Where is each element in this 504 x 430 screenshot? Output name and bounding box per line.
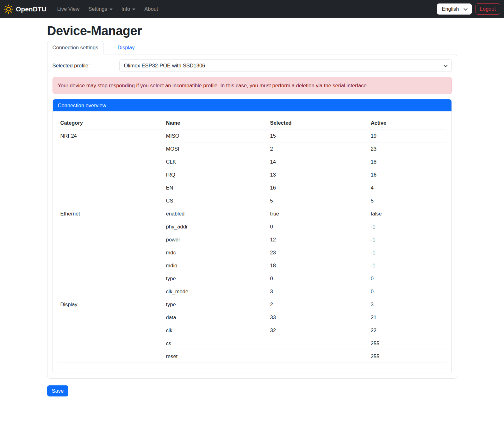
- active-cell: 0: [368, 285, 446, 298]
- tab-content: Selected profile: Olimex ESP32-POE with …: [47, 54, 457, 379]
- save-button[interactable]: Save: [47, 385, 69, 396]
- active-cell: 3: [368, 298, 446, 311]
- language-select[interactable]: English: [437, 3, 471, 15]
- table-row: NRF24MISO1519: [58, 129, 446, 142]
- selected-cell: true: [268, 207, 368, 220]
- col-header-active: Active: [368, 116, 446, 129]
- dropdown-caret-icon: [132, 9, 135, 10]
- language-select-value: English: [442, 6, 459, 12]
- category-cell: Ethernet: [58, 207, 164, 298]
- name-cell: MISO: [164, 129, 268, 142]
- selected-cell: 0: [268, 220, 368, 233]
- active-cell: 255: [368, 350, 446, 363]
- name-cell: power: [164, 233, 268, 246]
- name-cell: CS: [164, 194, 268, 207]
- name-cell: mdio: [164, 259, 268, 272]
- chevron-down-icon: [444, 63, 448, 67]
- name-cell: type: [164, 272, 268, 285]
- selected-cell: 23: [268, 246, 368, 259]
- active-cell: 22: [368, 324, 446, 337]
- chevron-down-icon: [464, 7, 468, 11]
- selected-cell: 14: [268, 155, 368, 168]
- logout-button[interactable]: Logout: [476, 3, 500, 15]
- profile-select[interactable]: Olimex ESP32-POE with SSD1306: [119, 59, 452, 72]
- connection-overview-card: Connection overview Category Name Select…: [53, 99, 452, 373]
- table-header-row: Category Name Selected Active: [58, 116, 446, 129]
- active-cell: 4: [368, 181, 446, 194]
- name-cell: clk: [164, 324, 268, 337]
- selected-cell: 18: [268, 259, 368, 272]
- selected-cell: 2: [268, 142, 368, 155]
- nav-item-info[interactable]: Info: [117, 3, 140, 15]
- name-cell: phy_addr: [164, 220, 268, 233]
- name-cell: data: [164, 311, 268, 324]
- active-cell: -1: [368, 246, 446, 259]
- tab-bar: Connection settings Display: [47, 41, 457, 54]
- selected-cell: 2: [268, 298, 368, 311]
- name-cell: CLK: [164, 155, 268, 168]
- nav-item-live-view[interactable]: Live View: [53, 3, 84, 15]
- selected-cell: 16: [268, 181, 368, 194]
- nav-item-about[interactable]: About: [140, 3, 162, 15]
- name-cell: EN: [164, 181, 268, 194]
- brand-link[interactable]: OpenDTU: [4, 4, 47, 14]
- active-cell: 5: [368, 194, 446, 207]
- nav-menu: Live ViewSettingsInfoAbout: [53, 3, 437, 15]
- tab-connection-settings[interactable]: Connection settings: [47, 41, 104, 54]
- table-row: Displaytype23: [58, 298, 446, 311]
- selected-cell: 33: [268, 311, 368, 324]
- nav-item-settings[interactable]: Settings: [84, 3, 117, 15]
- selected-cell: 12: [268, 233, 368, 246]
- dropdown-caret-icon: [109, 9, 113, 10]
- name-cell: mdc: [164, 246, 268, 259]
- col-header-name: Name: [164, 116, 268, 129]
- name-cell: reset: [164, 350, 268, 363]
- tab-display[interactable]: Display: [112, 41, 140, 54]
- active-cell: 0: [368, 272, 446, 285]
- card-body: Category Name Selected Active NRF24MISO1…: [53, 111, 451, 373]
- profile-select-value: Olimex ESP32-POE with SSD1306: [124, 63, 205, 69]
- incompatible-profile-warning: Your device may stop responding if you s…: [53, 77, 452, 94]
- active-cell: false: [368, 207, 446, 220]
- active-cell: -1: [368, 220, 446, 233]
- selected-cell: 0: [268, 272, 368, 285]
- name-cell: cs: [164, 337, 268, 350]
- active-cell: 16: [368, 168, 446, 181]
- profile-row: Selected profile: Olimex ESP32-POE with …: [53, 59, 452, 72]
- page-title: Device-Manager: [47, 24, 457, 38]
- col-header-category: Category: [58, 116, 164, 129]
- category-cell: Display: [58, 298, 164, 363]
- profile-label: Selected profile:: [53, 63, 119, 69]
- table-row: Ethernetenabledtruefalse: [58, 207, 446, 220]
- selected-cell: [268, 337, 368, 350]
- active-cell: 23: [368, 142, 446, 155]
- name-cell: clk_mode: [164, 285, 268, 298]
- page-container: Device-Manager Connection settings Displ…: [43, 18, 461, 396]
- brand-label: OpenDTU: [16, 5, 47, 13]
- selected-cell: 5: [268, 194, 368, 207]
- selected-cell: 3: [268, 285, 368, 298]
- name-cell: IRQ: [164, 168, 268, 181]
- active-cell: 19: [368, 129, 446, 142]
- name-cell: MOSI: [164, 142, 268, 155]
- category-cell: NRF24: [58, 129, 164, 207]
- selected-cell: [268, 350, 368, 363]
- active-cell: 18: [368, 155, 446, 168]
- active-cell: 255: [368, 337, 446, 350]
- col-header-selected: Selected: [268, 116, 368, 129]
- selected-cell: 32: [268, 324, 368, 337]
- connection-overview-table: Category Name Selected Active NRF24MISO1…: [58, 116, 446, 363]
- selected-cell: 15: [268, 129, 368, 142]
- name-cell: type: [164, 298, 268, 311]
- active-cell: 21: [368, 311, 446, 324]
- active-cell: -1: [368, 233, 446, 246]
- navbar: OpenDTU Live ViewSettingsInfoAbout Engli…: [0, 0, 504, 18]
- sun-icon: [4, 4, 13, 14]
- card-header: Connection overview: [53, 99, 451, 111]
- name-cell: enabled: [164, 207, 268, 220]
- active-cell: -1: [368, 259, 446, 272]
- overview-table-body: NRF24MISO1519MOSI223CLK1418IRQ1316EN164C…: [58, 129, 446, 363]
- navbar-right: English Logout: [437, 3, 500, 15]
- selected-cell: 13: [268, 168, 368, 181]
